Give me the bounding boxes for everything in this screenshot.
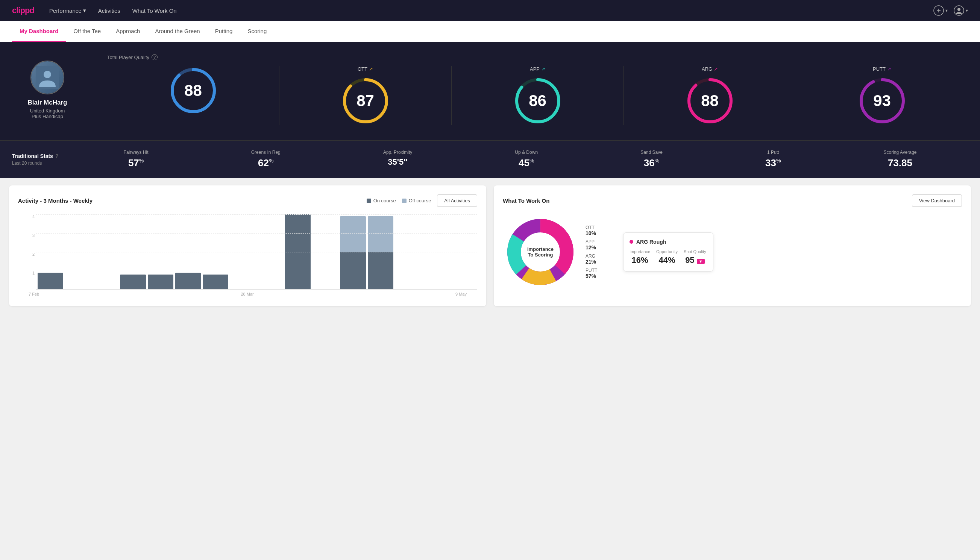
tab-off-the-tee[interactable]: Off the Tee [66,21,108,42]
stat-sand-save: Sand Save 36% [641,150,662,169]
stat-scoring-average: Scoring Average 73.85 [884,150,917,169]
tab-putting[interactable]: Putting [208,21,240,42]
user-icon [954,5,964,16]
traditional-stats-section: Traditional Stats ? Last 20 rounds Fairw… [0,140,980,178]
bar-chart: 4 3 2 1 [18,214,477,297]
score-ott-value: 87 [356,92,374,110]
tab-approach[interactable]: Approach [108,21,147,42]
stat-app-proximity: App. Proximity 35'5" [383,150,412,169]
player-country: United Kingdom [30,108,65,113]
stat-fairways-hit: Fairways Hit 57% [124,150,148,169]
putt-segment-label: PUTT57% [586,268,616,279]
stats-help-icon[interactable]: ? [55,153,59,159]
arg-segment-label: ARG21% [586,253,616,265]
user-dropdown-arrow: ▾ [966,8,968,13]
activity-card: Activity - 3 Months - Weekly On course O… [9,185,486,306]
avatar [30,60,64,94]
all-activities-button[interactable]: All Activities [437,195,477,207]
tab-scoring[interactable]: Scoring [240,21,274,42]
ott-label: OTT [358,66,368,72]
stat-1-putt: 1 Putt 33% [765,150,781,169]
metric-opportunity: Opportunity 44% [656,249,678,265]
user-menu-button[interactable]: ▾ [954,5,968,16]
top-navigation: clippd Performance ▾ Activities What To … [0,0,980,21]
add-button[interactable]: ▾ [933,5,948,16]
score-circles: 88 OTT ↗ 87 [107,66,968,125]
player-handicap: Plus Handicap [32,113,63,119]
arg-arrow-icon: ↗ [714,66,718,72]
donut-center-line1: Importance [527,246,554,252]
off-course-legend-dot [402,198,406,203]
player-name: Blair McHarg [28,99,67,107]
view-dashboard-button[interactable]: View Dashboard [912,195,962,207]
tabs-bar: My Dashboard Off the Tee Approach Around… [0,21,980,42]
donut-center-line2: To Scoring [527,252,554,258]
arg-rough-dot [629,240,633,244]
app-arrow-icon: ↗ [541,66,545,72]
add-dropdown-arrow: ▾ [945,8,948,13]
nav-links: Performance ▾ Activities What To Work On [49,7,933,14]
putt-arrow-icon: ↗ [887,66,891,72]
x-label-mar: 28 Mar [241,292,253,297]
scores-section: Total Player Quality ? 88 OT [95,54,968,125]
shot-quality-badge: ▼ [697,259,705,264]
hero-section: Blair McHarg United Kingdom Plus Handica… [0,42,980,140]
stat-greens-in-reg: Greens In Reg 62% [251,150,281,169]
x-label-feb: 7 Feb [28,292,39,297]
stats-subtitle: Last 20 rounds [12,161,72,166]
nav-right: ▾ ▾ [933,5,968,16]
help-icon[interactable]: ? [151,54,158,60]
on-course-legend-dot [367,198,371,203]
app-label: APP [530,66,540,72]
stats-title: Traditional Stats [12,153,53,159]
score-total: 88 [107,66,280,125]
arg-label: ARG [702,66,712,72]
score-ott: OTT ↗ 87 [280,66,452,125]
nav-what-to-work-on[interactable]: What To Work On [132,8,177,14]
metric-shot-quality: Shot Quality 95 ▼ [684,249,706,265]
chevron-down-icon: ▾ [83,7,86,14]
svg-point-6 [43,71,51,78]
putt-label: PUTT [873,66,885,72]
tab-around-the-green[interactable]: Around the Green [147,21,207,42]
stat-up-down: Up & Down 45% [515,150,538,169]
off-course-legend-label: Off course [409,198,431,203]
score-app-value: 86 [529,92,546,110]
on-course-legend-label: On course [373,198,396,203]
score-putt: PUTT ↗ 93 [796,66,968,125]
score-arg: ARG ↗ 88 [624,66,796,125]
nav-performance[interactable]: Performance ▾ [49,7,86,14]
total-quality-label: Total Player Quality [107,55,149,60]
score-app: APP ↗ 86 [452,66,624,125]
stats-items: Fairways Hit 57% Greens In Reg 62% App. … [72,150,968,169]
ott-segment-label: OTT10% [586,225,616,236]
arg-rough-title: ARG Rough [636,239,666,245]
arg-rough-info-card: ARG Rough Importance 16% Opportunity 44%… [623,232,714,272]
score-putt-value: 93 [873,92,891,110]
work-on-title: What To Work On [503,197,549,204]
activity-card-title: Activity - 3 Months - Weekly [18,197,93,204]
work-on-card: What To Work On View Dashboard Importanc… [494,185,971,306]
player-info: Blair McHarg United Kingdom Plus Handica… [12,54,95,125]
svg-point-4 [957,8,960,11]
app-segment-label: APP12% [586,239,616,250]
plus-circle-icon [933,5,944,16]
metric-importance: Importance 16% [629,249,650,265]
bottom-section: Activity - 3 Months - Weekly On course O… [0,178,980,314]
score-arg-value: 88 [701,92,719,110]
nav-activities[interactable]: Activities [98,8,120,14]
ott-arrow-icon: ↗ [369,66,373,72]
x-label-may: 9 May [456,292,467,297]
tab-my-dashboard[interactable]: My Dashboard [12,21,66,42]
score-total-value: 88 [184,82,202,100]
chart-legend: On course Off course All Activities [367,195,477,207]
logo: clippd [12,6,34,15]
